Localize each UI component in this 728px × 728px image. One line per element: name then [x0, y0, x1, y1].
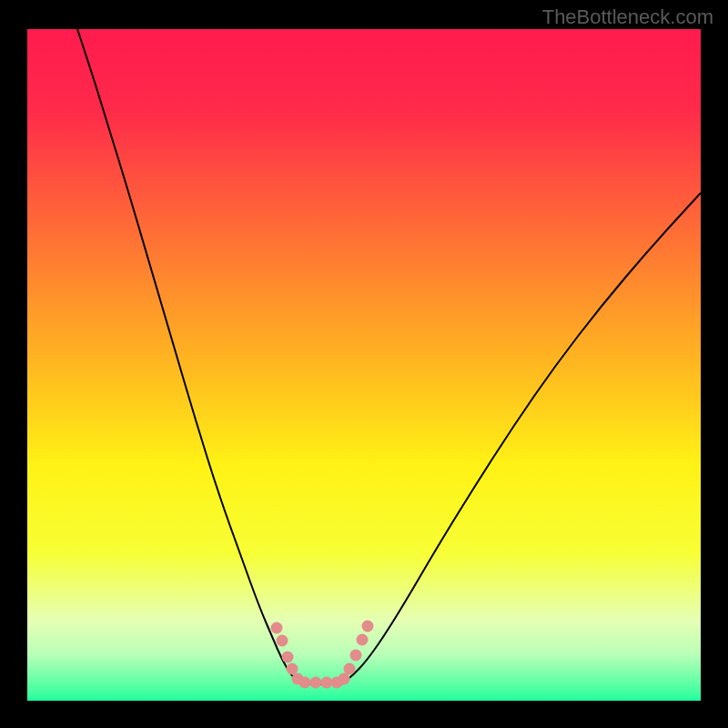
- data-marker: [277, 635, 288, 647]
- data-marker: [271, 622, 283, 634]
- data-marker: [287, 663, 298, 675]
- plot-svg: [27, 29, 701, 701]
- data-marker: [344, 663, 356, 675]
- data-marker: [282, 652, 294, 663]
- data-marker: [310, 677, 322, 689]
- attribution-text: TheBottleneck.com: [542, 5, 713, 29]
- data-marker: [362, 621, 374, 632]
- data-marker: [357, 634, 369, 646]
- plot-area: [27, 29, 701, 701]
- data-marker: [339, 673, 350, 685]
- data-marker: [299, 677, 311, 689]
- gradient-background: [27, 29, 701, 701]
- data-marker: [350, 650, 362, 662]
